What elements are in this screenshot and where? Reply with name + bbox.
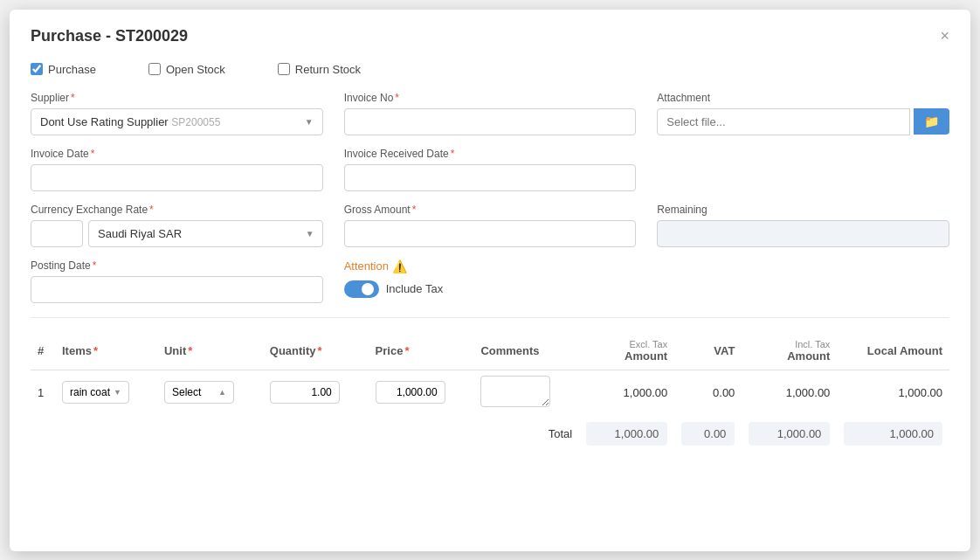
modal-header: Purchase - ST200029 × [31, 27, 949, 45]
row-item: rain coat ▼ [55, 370, 157, 415]
quantity-input[interactable] [270, 381, 340, 404]
row-price [369, 370, 474, 415]
currency-row: 1 Saudi Riyal SAR [31, 220, 323, 247]
attachment-row: 📁 [657, 108, 949, 135]
currency-select-wrapper: Saudi Riyal SAR [88, 220, 323, 247]
row-vat: 0.00 [674, 370, 742, 415]
supplier-code: SP200055 [171, 116, 220, 128]
col-items: Items* [55, 332, 157, 370]
row-comments [473, 370, 579, 415]
toggle-slider [344, 280, 379, 298]
supplier-label: Supplier* [31, 92, 323, 104]
unit-label: Select [172, 386, 201, 398]
supplier-name: Dont Use Rating Supplier [40, 115, 169, 128]
invoice-date-group: Invoice Date* 09-09-2020 [31, 148, 323, 191]
empty-cell-2 [657, 259, 949, 303]
supplier-arrow-icon: ▼ [305, 117, 314, 127]
gross-amount-label: Gross Amount* [344, 204, 637, 216]
comments-textarea[interactable] [480, 376, 550, 407]
invoice-no-group: Invoice No* 98888 [344, 92, 637, 135]
row-incl-tax-amount: 1,000.00 [742, 370, 837, 415]
row-num: 1 [31, 370, 55, 415]
row-excl-tax-amount: 1,000.00 [579, 370, 674, 415]
purchase-modal: Purchase - ST200029 × Purchase Open Stoc… [10, 10, 970, 551]
currency-number-input[interactable]: 1 [31, 220, 83, 247]
table-row: 1 rain coat ▼ Select ▲ [31, 370, 949, 415]
posting-date-group: Posting Date* 09-09-2020 [31, 259, 323, 303]
totals-incl-tax-value: 1,000.00 [749, 422, 830, 446]
gross-amount-group: Gross Amount* 1,000.00 [344, 204, 637, 247]
remaining-input: 0.00 [657, 220, 949, 247]
currency-group: Currency Exchange Rate* 1 Saudi Riyal SA… [31, 204, 323, 247]
price-input[interactable] [376, 381, 445, 404]
totals-vat-value: 0.00 [681, 422, 735, 446]
items-table: # Items* Unit* Quantity* Price* Comments… [31, 332, 949, 453]
include-tax-toggle[interactable] [344, 280, 379, 298]
open-stock-checkbox-item[interactable]: Open Stock [148, 63, 225, 76]
supplier-dropdown[interactable]: Dont Use Rating Supplier SP200055 ▼ [31, 108, 323, 135]
purchase-checkbox[interactable] [31, 63, 43, 75]
unit-arrow-icon: ▲ [218, 388, 226, 397]
col-comments: Comments [473, 332, 579, 370]
totals-incl-tax: 1,000.00 [742, 415, 837, 453]
attention-group: Attention ⚠️ Include Tax [344, 259, 637, 303]
include-tax-label: Include Tax [386, 282, 444, 295]
col-excl-tax: Excl. Tax Amount [579, 332, 674, 370]
attachment-input[interactable] [657, 108, 910, 135]
checkbox-row: Purchase Open Stock Return Stock [31, 63, 949, 76]
item-dropdown-arrow-icon: ▼ [114, 388, 121, 397]
currency-select[interactable]: Saudi Riyal SAR [88, 220, 323, 247]
item-name: rain coat [70, 386, 110, 398]
invoice-received-input[interactable]: 09-09-2020 [344, 164, 637, 191]
divider [31, 317, 949, 318]
item-dropdown-button[interactable]: rain coat ▼ [62, 381, 129, 404]
modal-title: Purchase - ST200029 [31, 27, 188, 45]
col-local-amount: Local Amount [837, 332, 949, 370]
remaining-group: Remaining 0.00 [657, 204, 949, 247]
invoice-no-input[interactable]: 98888 [344, 108, 637, 135]
currency-label: Currency Exchange Rate* [31, 204, 323, 216]
gross-amount-input[interactable]: 1,000.00 [344, 220, 637, 247]
attachment-group: Attachment 📁 [657, 92, 949, 135]
return-stock-label: Return Stock [295, 63, 361, 76]
attention-icon: ⚠️ [392, 259, 407, 273]
purchase-label: Purchase [48, 63, 96, 76]
posting-date-label: Posting Date* [31, 259, 323, 272]
attachment-upload-button[interactable]: 📁 [914, 108, 949, 135]
empty-cell-1 [657, 148, 949, 191]
totals-excl-tax-value: 1,000.00 [586, 422, 667, 446]
totals-label: Total [31, 415, 579, 453]
invoice-received-label: Invoice Received Date* [344, 148, 637, 160]
remaining-label: Remaining [657, 204, 949, 216]
supplier-group: Supplier* Dont Use Rating Supplier SP200… [31, 92, 323, 135]
close-button[interactable]: × [940, 28, 949, 44]
col-vat: VAT [674, 332, 742, 370]
attention-text: Attention ⚠️ [344, 259, 637, 273]
return-stock-checkbox[interactable] [278, 63, 290, 75]
purchase-checkbox-item[interactable]: Purchase [31, 63, 96, 76]
col-hash: # [31, 332, 55, 370]
totals-vat: 0.00 [674, 415, 742, 453]
totals-local-value: 1,000.00 [844, 422, 942, 446]
open-stock-checkbox[interactable] [148, 63, 161, 75]
totals-row: Total 1,000.00 0.00 1,000.00 1,000.00 [31, 415, 949, 453]
include-tax-row: Include Tax [344, 280, 637, 298]
row-quantity [263, 370, 369, 415]
totals-local: 1,000.00 [837, 415, 949, 453]
col-incl-tax: Incl. Tax Amount [742, 332, 837, 370]
invoice-date-input[interactable]: 09-09-2020 [31, 164, 323, 191]
row-local-amount: 1,000.00 [837, 370, 949, 415]
open-stock-label: Open Stock [166, 63, 225, 76]
attachment-label: Attachment [657, 92, 949, 104]
totals-excl-tax: 1,000.00 [579, 415, 674, 453]
col-quantity: Quantity* [263, 332, 369, 370]
invoice-no-label: Invoice No* [344, 92, 637, 104]
col-price: Price* [369, 332, 474, 370]
posting-date-input[interactable]: 09-09-2020 [31, 276, 323, 303]
unit-select-button[interactable]: Select ▲ [164, 381, 234, 404]
row-unit: Select ▲ [157, 370, 263, 415]
invoice-date-label: Invoice Date* [31, 148, 323, 160]
upload-icon: 📁 [924, 114, 939, 128]
return-stock-checkbox-item[interactable]: Return Stock [278, 63, 361, 76]
col-unit: Unit* [157, 332, 263, 370]
